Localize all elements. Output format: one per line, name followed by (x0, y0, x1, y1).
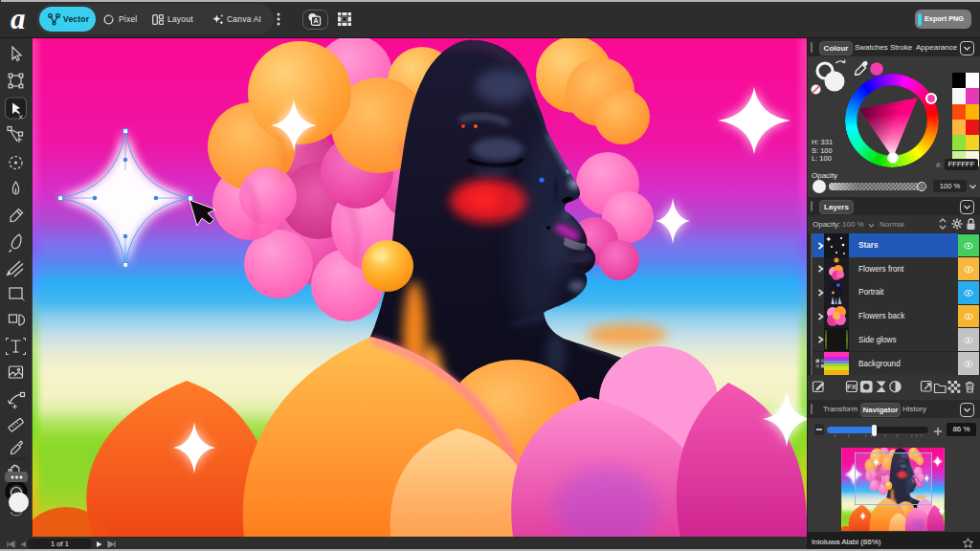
svg-text:A: A (313, 17, 318, 24)
svg-text:FX: FX (847, 383, 858, 391)
